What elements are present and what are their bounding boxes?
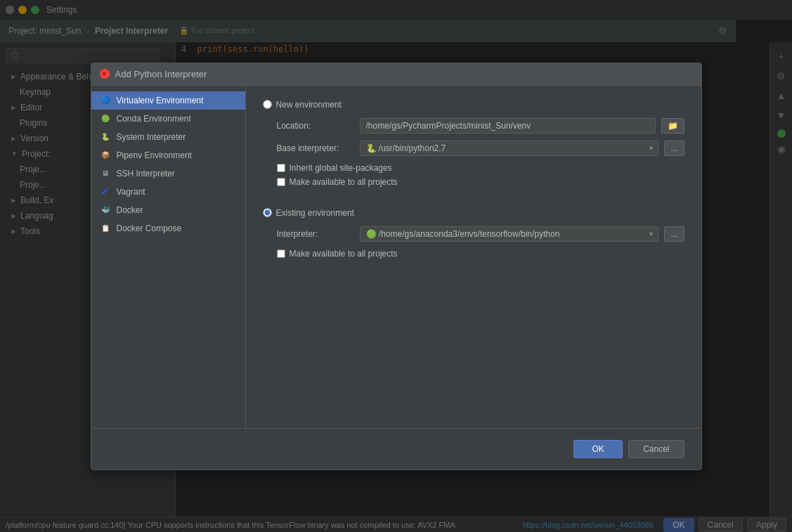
modal-backdrop: × Add Python Interpreter 🔵 Virtualenv En… <box>0 0 792 532</box>
location-label: Location: <box>277 121 354 131</box>
pipenv-icon: 📦 <box>100 150 111 161</box>
interpreter-row: Interpreter: 🟢 /home/gs/anaconda3/envs/t… <box>277 226 684 242</box>
sidebar-item-virtualenv[interactable]: 🔵 Virtualenv Environment <box>91 91 245 110</box>
sidebar-item-pipenv[interactable]: 📦 Pipenv Environment <box>91 146 245 164</box>
sidebar-item-docker[interactable]: 🐳 Docker <box>91 201 245 219</box>
existing-make-available-label: Make available to all projects <box>290 249 398 259</box>
docker-icon: 🐳 <box>100 205 111 216</box>
existing-make-available-row: Make available to all projects <box>277 249 684 259</box>
base-interpreter-label: Base interpreter: <box>277 143 354 153</box>
location-input[interactable] <box>360 118 656 134</box>
sidebar-item-label: Virtualenv Environment <box>117 96 204 105</box>
existing-environment-section: Existing environment Interpreter: 🟢 /hom… <box>263 208 684 263</box>
sidebar-item-ssh[interactable]: 🖥 SSH Interpreter <box>91 164 245 183</box>
sidebar-item-vagrant[interactable]: ✔ Vagrant <box>91 183 245 201</box>
interpreter-select[interactable]: 🟢 /home/gs/anaconda3/envs/tensorflow/bin… <box>360 226 659 242</box>
interpreter-select-wrapper: 🟢 /home/gs/anaconda3/envs/tensorflow/bin… <box>360 226 659 242</box>
dialog-title: Add Python Interpreter <box>115 69 207 79</box>
location-browse-button[interactable]: 📁 <box>661 118 684 134</box>
dialog-sidebar: 🔵 Virtualenv Environment 🟢 Conda Environ… <box>91 86 246 428</box>
ssh-icon: 🖥 <box>100 168 111 179</box>
new-environment-label: New environment <box>276 100 342 110</box>
sidebar-item-label: Vagrant <box>117 187 145 197</box>
sidebar-item-docker-compose[interactable]: 📋 Docker Compose <box>91 219 245 238</box>
docker-compose-icon: 📋 <box>100 223 111 234</box>
existing-make-available-checkbox[interactable] <box>277 249 285 258</box>
new-environment-radio[interactable] <box>263 100 272 109</box>
new-environment-radio-label[interactable]: New environment <box>263 100 684 110</box>
new-environment-section: New environment Location: 📁 Base interpr… <box>263 100 684 191</box>
base-interpreter-browse-button[interactable]: ... <box>664 141 684 156</box>
sidebar-item-label: SSH Interpreter <box>117 169 175 179</box>
inherit-packages-row: Inherit global site-packages <box>277 163 684 173</box>
dialog-cancel-button[interactable]: Cancel <box>628 440 684 458</box>
interpreter-browse-button[interactable]: ... <box>664 226 684 242</box>
dialog-content: New environment Location: 📁 Base interpr… <box>246 86 701 428</box>
base-interpreter-select-wrapper: 🐍 /usr/bin/python2.7 <box>360 141 659 156</box>
dialog-footer: OK Cancel <box>91 428 701 469</box>
base-interpreter-select[interactable]: 🐍 /usr/bin/python2.7 <box>360 141 659 156</box>
add-python-interpreter-dialog: × Add Python Interpreter 🔵 Virtualenv En… <box>91 63 702 470</box>
system-icon: 🐍 <box>100 131 111 143</box>
sidebar-item-label: Conda Environment <box>117 114 191 124</box>
sidebar-item-label: Docker <box>117 205 143 215</box>
sidebar-item-label: Docker Compose <box>117 223 182 233</box>
virtualenv-icon: 🔵 <box>100 95 111 106</box>
existing-environment-radio[interactable] <box>263 208 272 217</box>
existing-environment-label: Existing environment <box>276 208 354 218</box>
dialog-close-button[interactable]: × <box>100 69 110 79</box>
close-icon: × <box>103 70 106 77</box>
vagrant-icon: ✔ <box>100 186 111 197</box>
new-make-available-label: Make available to all projects <box>290 177 398 187</box>
dialog-header: × Add Python Interpreter <box>91 63 701 86</box>
inherit-packages-label: Inherit global site-packages <box>290 163 392 173</box>
dialog-body: 🔵 Virtualenv Environment 🟢 Conda Environ… <box>91 86 701 428</box>
conda-icon: 🟢 <box>100 113 111 124</box>
sidebar-item-label: System Interpreter <box>117 132 186 142</box>
sidebar-item-conda[interactable]: 🟢 Conda Environment <box>91 110 245 128</box>
existing-environment-radio-label[interactable]: Existing environment <box>263 208 684 218</box>
sidebar-item-label: Pipenv Environment <box>117 150 192 160</box>
new-make-available-checkbox[interactable] <box>277 178 285 186</box>
base-interpreter-row: Base interpreter: 🐍 /usr/bin/python2.7 .… <box>277 141 684 156</box>
sidebar-item-system[interactable]: 🐍 System Interpreter <box>91 128 245 146</box>
dialog-ok-button[interactable]: OK <box>573 440 623 458</box>
location-row: Location: 📁 <box>277 118 684 134</box>
interpreter-label: Interpreter: <box>277 229 354 239</box>
new-make-available-row: Make available to all projects <box>277 177 684 187</box>
inherit-packages-checkbox[interactable] <box>277 164 285 172</box>
